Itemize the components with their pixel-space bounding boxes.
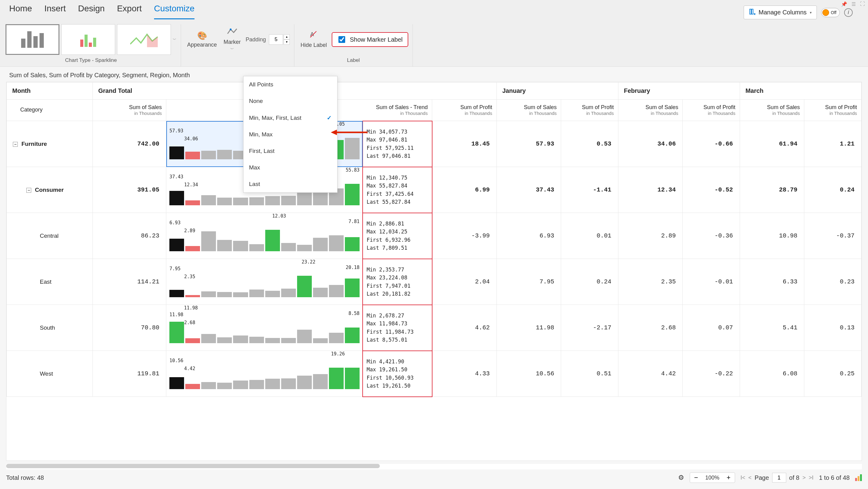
ribbon: ﹀ Chart Type - Sparkline 🎨 Appearance Ma… — [0, 22, 868, 67]
header-march[interactable]: March — [740, 83, 861, 99]
padding-step-down[interactable]: ▼ — [284, 39, 290, 45]
header-feb-sales[interactable]: Sum of Salesin Thousands — [618, 99, 683, 121]
spark-min-label: 2.35 — [184, 274, 195, 279]
category-name: Consumer — [35, 187, 64, 193]
feb-profit: -0.36 — [683, 213, 740, 259]
marker-option-max[interactable]: Max — [244, 159, 337, 176]
marker-option-min-max[interactable]: Min, Max — [244, 126, 337, 143]
sparkline-cell[interactable]: 7.952.3523.2220.18 — [166, 259, 363, 305]
table-row[interactable]: West119.8110.564.4219.26Min 4,421.90Max … — [7, 351, 862, 397]
category-cell[interactable]: Central — [7, 213, 93, 259]
page-last-button[interactable]: >I — [809, 475, 813, 481]
category-cell[interactable]: South — [7, 305, 93, 351]
menu-export[interactable]: Export — [117, 4, 142, 19]
header-feb-profit[interactable]: Sum of Profitin Thousands — [683, 99, 740, 121]
filter-icon[interactable]: ☰ — [851, 1, 856, 7]
marker-label-cell: Min 12,340.75Max 55,827.84First 37,425.6… — [363, 167, 432, 213]
chevron-down-icon[interactable]: ﹀ — [173, 37, 177, 42]
menu-customize[interactable]: Customize — [154, 4, 194, 19]
mar-sales: 10.98 — [740, 213, 804, 259]
spark-bar — [201, 151, 216, 159]
menu-insert[interactable]: Insert — [44, 4, 66, 19]
grand-total-sales: 391.05 — [93, 167, 166, 213]
marker-label-text: Marker — [224, 39, 241, 45]
appearance-button[interactable]: 🎨 Appearance — [185, 31, 219, 48]
header-january[interactable]: January — [496, 83, 618, 99]
zoom-out-button[interactable]: − — [692, 473, 701, 482]
marker-label-cell: Min 4,421.90Max 19,261.50First 10,560.93… — [363, 351, 432, 397]
show-marker-label-checkbox[interactable]: Show Marker Label — [332, 32, 408, 47]
padding-step-up[interactable]: ▲ — [284, 34, 290, 39]
show-marker-label-input[interactable] — [338, 36, 345, 43]
chart-type-area[interactable] — [117, 24, 171, 55]
menu-home[interactable]: Home — [9, 4, 32, 19]
menu-design[interactable]: Design — [78, 4, 105, 19]
mar-sales: 28.79 — [740, 167, 804, 213]
header-jan-profit[interactable]: Sum of Profitin Thousands — [561, 99, 618, 121]
page-prev-button[interactable]: < — [748, 475, 752, 481]
header-gt-sales[interactable]: Sum of Salesin Thousands — [93, 99, 166, 121]
sparkline-cell[interactable]: 10.564.4219.26 — [166, 351, 363, 397]
spark-bar — [265, 196, 280, 205]
gear-icon[interactable]: ⚙ — [678, 474, 684, 482]
spark-bar — [217, 240, 232, 251]
marker-button[interactable]: Marker ﹀ — [222, 28, 243, 52]
horizontal-scrollbar[interactable] — [6, 464, 862, 469]
pin-icon[interactable]: 📌 — [841, 1, 847, 7]
table-row[interactable]: −Furniture742.0057.9334.0697.05Min 34,05… — [7, 121, 862, 167]
data-density-icon[interactable] — [855, 474, 862, 481]
header-mar-sales[interactable]: Sum of Salesin Thousands — [740, 99, 804, 121]
marker-option-min-max-first-last[interactable]: Min, Max, First, Last✓ — [244, 110, 337, 126]
category-cell[interactable]: −Consumer — [7, 167, 93, 213]
header-gt-profit[interactable]: Sum of Profitin Thousands — [432, 99, 497, 121]
marker-option-last[interactable]: Last — [244, 176, 337, 192]
spark-bar — [169, 147, 184, 159]
chart-type-bar[interactable] — [5, 24, 59, 55]
performance-toggle[interactable]: Off — [821, 8, 840, 17]
table-row[interactable]: East114.217.952.3523.2220.18Min 2,353.77… — [7, 259, 862, 305]
page-input[interactable] — [772, 473, 786, 483]
expand-icon[interactable]: ⛶ — [860, 1, 865, 7]
table-row[interactable]: South70.8011.982.6811.988.58Min 2,678.27… — [7, 305, 862, 351]
page-first-button[interactable]: I< — [741, 475, 745, 481]
category-cell[interactable]: East — [7, 259, 93, 305]
header-category[interactable]: Category — [7, 99, 93, 121]
header-month[interactable]: Month — [7, 83, 93, 99]
chart-type-winloss[interactable] — [61, 24, 115, 55]
category-cell[interactable]: −Furniture — [7, 121, 93, 167]
sparkline-cell[interactable]: 11.982.6811.988.58 — [166, 305, 363, 351]
table-row[interactable]: Central86.236.932.8912.037.81Min 2,886.8… — [7, 213, 862, 259]
mar-profit: -0.37 — [804, 213, 862, 259]
header-february[interactable]: February — [618, 83, 740, 99]
header-jan-sales[interactable]: Sum of Salesin Thousands — [496, 99, 561, 121]
manage-columns-button[interactable]: Manage Columns ▾ — [744, 5, 817, 19]
spark-max-label: 55.83 — [346, 167, 360, 173]
sparkline-cell[interactable]: 6.932.8912.037.81 — [166, 213, 363, 259]
window-corner-icons: 📌 ☰ ⛶ — [841, 1, 865, 7]
feb-sales: 2.68 — [618, 305, 683, 351]
spark-bar — [169, 290, 184, 297]
collapse-icon[interactable]: − — [13, 142, 18, 147]
padding-label: Padding — [246, 36, 266, 43]
show-marker-label-text: Show Marker Label — [350, 36, 402, 43]
info-icon[interactable]: i — [844, 8, 853, 17]
zoom-control[interactable]: − 100% + — [690, 472, 735, 483]
marker-label-cell: Min 2,886.81Max 12,034.25First 6,932.96L… — [363, 213, 432, 259]
collapse-icon[interactable]: − — [26, 188, 31, 193]
zoom-in-button[interactable]: + — [724, 473, 733, 482]
header-mar-profit[interactable]: Sum of Profitin Thousands — [804, 99, 862, 121]
toggle-knob-icon — [823, 9, 829, 16]
spark-bar — [345, 237, 360, 251]
category-cell[interactable]: West — [7, 351, 93, 397]
category-name: East — [40, 278, 52, 285]
spark-bar — [185, 201, 200, 205]
marker-option-all-points[interactable]: All Points — [244, 76, 337, 93]
hide-label-button[interactable]: A Hide Label — [299, 31, 329, 49]
jan-profit: 0.51 — [561, 351, 618, 397]
table-row[interactable]: −Consumer391.0537.4312.3455.83Min 12,340… — [7, 167, 862, 213]
marker-option-first-last[interactable]: First, Last — [244, 143, 337, 159]
page-next-button[interactable]: > — [802, 475, 806, 481]
marker-option-none[interactable]: None — [244, 93, 337, 110]
padding-stepper[interactable]: ▲ ▼ — [269, 34, 290, 45]
padding-input[interactable] — [269, 34, 283, 45]
